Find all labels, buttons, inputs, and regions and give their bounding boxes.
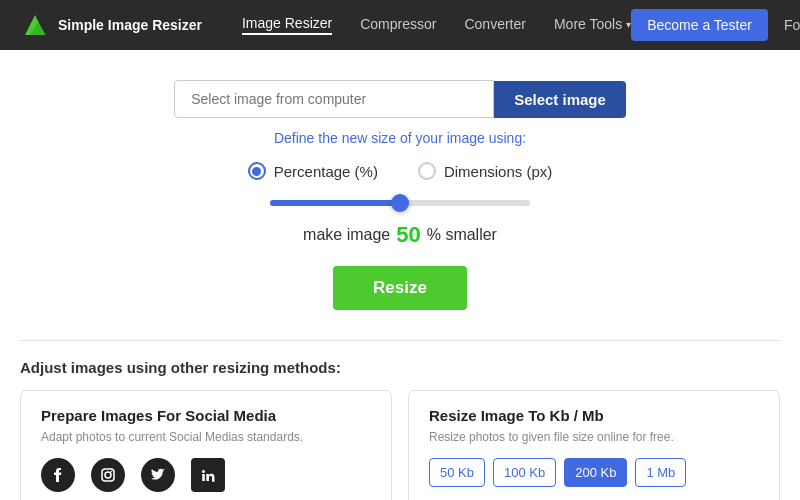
resize-button[interactable]: Resize xyxy=(333,266,467,310)
instagram-icon[interactable] xyxy=(91,458,125,492)
twitter-icon[interactable] xyxy=(141,458,175,492)
kb-card-title: Resize Image To Kb / Mb xyxy=(429,407,759,424)
svg-rect-2 xyxy=(102,469,114,481)
resize-slider-container[interactable] xyxy=(270,200,530,206)
slider-track xyxy=(270,200,530,206)
nav-image-resizer[interactable]: Image Resizer xyxy=(242,15,332,35)
radio-percentage-circle xyxy=(248,162,266,180)
for-business-link[interactable]: For Business xyxy=(784,17,800,33)
radio-dimensions-circle xyxy=(418,162,436,180)
bottom-section: Adjust images using other resizing metho… xyxy=(20,359,780,500)
social-card-desc: Adapt photos to current Social Medias st… xyxy=(41,430,371,444)
svg-point-4 xyxy=(111,471,113,473)
logo-text: Simple Image Resizer xyxy=(58,17,202,33)
nav-more-tools[interactable]: More Tools xyxy=(554,16,631,34)
svg-point-3 xyxy=(105,472,111,478)
navbar: Simple Image Resizer Image Resizer Compr… xyxy=(0,0,800,50)
slider-thumb[interactable] xyxy=(391,194,409,212)
kb-card-desc: Resize photos to given file size online … xyxy=(429,430,759,444)
kb-buttons-row: 50 Kb 100 Kb 200 Kb 1 Mb xyxy=(429,458,759,487)
radio-dimensions-label: Dimensions (px) xyxy=(444,163,552,180)
social-icons-row xyxy=(41,458,371,492)
radio-percentage-label: Percentage (%) xyxy=(274,163,378,180)
nav-converter[interactable]: Converter xyxy=(464,16,525,34)
cards-row: Prepare Images For Social Media Adapt ph… xyxy=(20,390,780,500)
select-image-button[interactable]: Select image xyxy=(494,81,626,118)
make-image-suffix: % smaller xyxy=(427,226,497,244)
radio-percentage[interactable]: Percentage (%) xyxy=(248,162,378,180)
main-content: Select image Define the new size of your… xyxy=(0,50,800,500)
kb-btn-50[interactable]: 50 Kb xyxy=(429,458,485,487)
linkedin-icon[interactable] xyxy=(191,458,225,492)
social-card-title: Prepare Images For Social Media xyxy=(41,407,371,424)
social-media-card: Prepare Images For Social Media Adapt ph… xyxy=(20,390,392,500)
resize-kb-card: Resize Image To Kb / Mb Resize photos to… xyxy=(408,390,780,500)
percent-value: 50 xyxy=(396,222,420,248)
divider xyxy=(20,340,780,341)
logo[interactable]: Simple Image Resizer xyxy=(20,10,202,40)
radio-dimensions[interactable]: Dimensions (px) xyxy=(418,162,552,180)
file-input[interactable] xyxy=(174,80,494,118)
nav-compressor[interactable]: Compressor xyxy=(360,16,436,34)
logo-icon xyxy=(20,10,50,40)
define-text: Define the new size of your image using: xyxy=(274,130,526,146)
kb-btn-100[interactable]: 100 Kb xyxy=(493,458,556,487)
upload-row: Select image xyxy=(174,80,626,118)
kb-btn-1mb[interactable]: 1 Mb xyxy=(635,458,686,487)
bottom-section-title: Adjust images using other resizing metho… xyxy=(20,359,780,376)
make-image-row: make image 50 % smaller xyxy=(303,222,497,248)
make-image-prefix: make image xyxy=(303,226,390,244)
become-tester-button[interactable]: Become a Tester xyxy=(631,9,768,41)
slider-fill xyxy=(270,200,400,206)
nav-links: Image Resizer Compressor Converter More … xyxy=(242,15,631,35)
facebook-icon[interactable] xyxy=(41,458,75,492)
kb-btn-200[interactable]: 200 Kb xyxy=(564,458,627,487)
radio-row: Percentage (%) Dimensions (px) xyxy=(248,162,553,180)
